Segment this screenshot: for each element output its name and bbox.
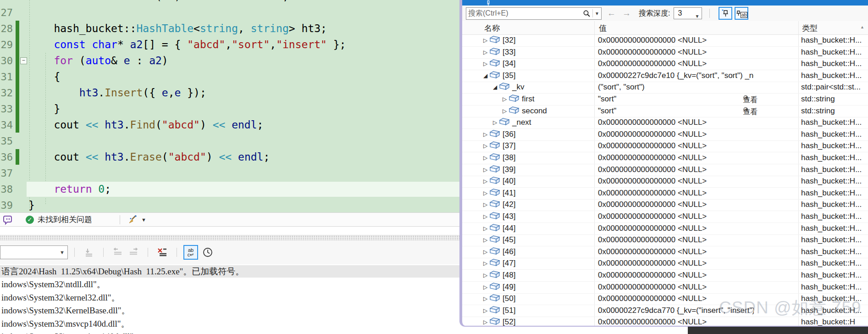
watch-rows[interactable]: ▷[32]0x0000000000000000 <NULL>hash_bucke…: [462, 35, 868, 327]
search-next-icon[interactable]: →: [622, 8, 631, 18]
watch-row-value[interactable]: 0x0000000000000000 <NULL>: [598, 59, 754, 68]
search-options-caret[interactable]: ▼: [595, 11, 599, 16]
watch-row-value[interactable]: 0x0000000000000000 <NULL>: [598, 200, 754, 209]
watch-row-value[interactable]: 0x0000000000000000 <NULL>: [598, 165, 754, 174]
expand-arrow-icon[interactable]: ▷: [503, 108, 507, 114]
output-source-combobox[interactable]: ▼: [0, 245, 68, 259]
expand-arrow-icon[interactable]: ▷: [483, 237, 487, 243]
fold-collapse-icon[interactable]: −: [20, 57, 27, 64]
word-wrap-toggle[interactable]: ab c↵: [183, 245, 198, 260]
expand-arrow-icon[interactable]: ▷: [483, 260, 487, 267]
watch-row-value[interactable]: 0x0000000000000000 <NULL>: [598, 247, 754, 256]
watch-row-value[interactable]: 0x0000000000000000 <NULL>: [598, 224, 754, 233]
watch-row-value[interactable]: 0x0000000000000000 <NULL>: [598, 141, 754, 150]
clear-all-icon[interactable]: [155, 245, 169, 259]
expand-arrow-icon[interactable]: ▷: [483, 178, 487, 184]
timestamp-icon[interactable]: [201, 245, 215, 259]
expand-arrow-icon[interactable]: ▷: [483, 201, 487, 208]
watch-row-value[interactable]: 0x0000000000000000 <NULL>: [598, 118, 754, 127]
expand-arrow-icon[interactable]: ▷: [493, 119, 497, 126]
cleanup-dropdown-caret[interactable]: ▼: [141, 217, 146, 223]
jump-to-message-icon[interactable]: [82, 245, 96, 259]
watch-row[interactable]: ▷[36]0x0000000000000000 <NULL>hash_bucke…: [462, 129, 868, 141]
watch-row[interactable]: ▷[47]0x0000000000000000 <NULL>hash_bucke…: [462, 258, 868, 270]
watch-row-value[interactable]: 0x0000000000000000 <NULL>: [598, 259, 754, 268]
watch-row[interactable]: ▷[39]0x0000000000000000 <NULL>hash_bucke…: [462, 164, 868, 176]
expand-arrow-icon[interactable]: ▷: [483, 307, 487, 314]
watch-row-value[interactable]: 0x0000000000000000 <NULL>: [598, 130, 754, 139]
expand-arrow-icon[interactable]: ▷: [483, 284, 487, 290]
search-input[interactable]: [466, 9, 583, 17]
watch-row[interactable]: ▷[44]0x0000000000000000 <NULL>hash_bucke…: [462, 223, 868, 235]
watch-row-value[interactable]: ("sort", "sort"): [598, 83, 754, 92]
expand-arrow-icon[interactable]: ▷: [483, 295, 487, 302]
watch-row[interactable]: ◢_kv("sort", "sort")std::pair<std::st...: [462, 82, 868, 94]
watch-row-value[interactable]: 0x0000000000000000 <NULL>: [598, 271, 754, 280]
watch-row[interactable]: ▷[33]0x0000000000000000 <NULL>hash_bucke…: [462, 47, 868, 59]
watch-row[interactable]: ▷[46]0x0000000000000000 <NULL>hash_bucke…: [462, 246, 868, 258]
watch-row[interactable]: ▷[38]0x0000000000000000 <NULL>hash_bucke…: [462, 152, 868, 164]
watch-row-value[interactable]: 0x0000000000000000 <NULL>: [598, 153, 754, 162]
watch-row[interactable]: ▷[48]0x0000000000000000 <NULL>hash_bucke…: [462, 270, 868, 282]
previous-message-icon[interactable]: [111, 245, 125, 259]
watch-row[interactable]: ▷[42]0x0000000000000000 <NULL>hash_bucke…: [462, 199, 868, 211]
watch-row-value[interactable]: "sort": [598, 106, 754, 116]
output-window[interactable]: 语言2024\Hash 11.25\x64\Debug\Hash 11.25.e…: [0, 264, 459, 334]
scroll-up-arrow[interactable]: ▲: [860, 25, 864, 29]
column-header-value[interactable]: 值: [599, 23, 607, 33]
watch-row[interactable]: ▷[41]0x0000000000000000 <NULL>hash_bucke…: [462, 188, 868, 200]
watch-row-value[interactable]: 0x0000000000000000 <NULL>: [598, 189, 754, 198]
search-prev-icon[interactable]: ←: [607, 8, 616, 18]
watch-row[interactable]: ▷[45]0x0000000000000000 <NULL>hash_bucke…: [462, 234, 868, 246]
pin-ab-toggle[interactable]: ab: [735, 7, 748, 20]
expand-arrow-icon[interactable]: ▷: [483, 190, 487, 196]
expand-arrow-icon[interactable]: ▷: [483, 225, 487, 232]
expand-arrow-icon[interactable]: ▷: [483, 37, 487, 44]
watch-row[interactable]: ▷first"sort"查看▼std::string: [462, 94, 868, 106]
filter-pin-toggle[interactable]: [719, 7, 732, 20]
expand-arrow-icon[interactable]: ▷: [483, 167, 487, 173]
assistant-icon[interactable]: [3, 214, 14, 225]
view-visualizer-button[interactable]: 查看▼: [743, 106, 751, 113]
column-header-name[interactable]: 名称: [484, 23, 500, 33]
pane-splitter[interactable]: [0, 235, 459, 240]
view-visualizer-button[interactable]: 查看▼: [743, 95, 751, 101]
search-icon[interactable]: [583, 10, 591, 17]
expand-arrow-icon[interactable]: ▷: [483, 249, 487, 255]
watch-row[interactable]: ◢[35]0x00000227c9dc7e10 {_kv=("sort", "s…: [462, 70, 868, 82]
code-cleanup-broom-icon[interactable]: [127, 214, 138, 226]
column-header-type[interactable]: 类型: [802, 23, 818, 33]
watch-row[interactable]: ▷[34]0x0000000000000000 <NULL>hash_bucke…: [462, 58, 868, 70]
watch-row-value[interactable]: 0x0000000000000000 <NULL>: [598, 235, 754, 245]
watch-row[interactable]: ▷_next0x0000000000000000 <NULL>hash_buck…: [462, 117, 868, 129]
search-depth-combobox[interactable]: 3 ▼: [674, 7, 702, 19]
expand-arrow-icon[interactable]: ▷: [503, 96, 507, 102]
expand-arrow-icon[interactable]: ▷: [483, 213, 487, 220]
expand-arrow-icon[interactable]: ▷: [483, 49, 487, 56]
watch-row[interactable]: ▷[32]0x0000000000000000 <NULL>hash_bucke…: [462, 35, 868, 47]
watch-row[interactable]: ▷[43]0x0000000000000000 <NULL>hash_bucke…: [462, 211, 868, 223]
watch-row[interactable]: ▷[40]0x0000000000000000 <NULL>hash_bucke…: [462, 176, 868, 188]
watch-row-value[interactable]: 0x0000000000000000 <NULL>: [598, 212, 754, 221]
expand-arrow-icon[interactable]: ▷: [483, 319, 487, 325]
watch-row[interactable]: ▷[49]0x0000000000000000 <NULL>hash_bucke…: [462, 282, 868, 294]
expand-arrow-icon[interactable]: ▷: [483, 155, 487, 161]
watch-row[interactable]: ▷second"sort"查看▼std::string: [462, 106, 868, 117]
watch-row-value[interactable]: 0x0000000000000000 <NULL>: [598, 283, 754, 292]
watch-row-value[interactable]: 0x0000000000000000 <NULL>: [598, 48, 754, 57]
panel-title-bar[interactable]: [462, 0, 868, 6]
expand-arrow-icon[interactable]: ▷: [483, 143, 487, 149]
expand-arrow-icon[interactable]: ▷: [483, 131, 487, 138]
code-editor[interactable]: 26 cout << ht2.Find(19) << endl << endl;…: [0, 0, 459, 212]
watch-row[interactable]: ▷[37]0x0000000000000000 <NULL>hash_bucke…: [462, 140, 868, 152]
watch-row-value[interactable]: "sort": [598, 95, 754, 104]
expand-arrow-icon[interactable]: ▷: [483, 272, 487, 278]
watch-row-value[interactable]: 0x00000227c9dc7e10 {_kv=("sort", "sort")…: [598, 71, 754, 80]
search-box[interactable]: ▼: [466, 7, 602, 20]
collapse-arrow-icon[interactable]: ◢: [483, 72, 487, 79]
collapse-arrow-icon[interactable]: ◢: [493, 84, 497, 90]
watch-row-value[interactable]: 0x0000000000000000 <NULL>: [598, 36, 754, 45]
next-message-icon[interactable]: [127, 245, 140, 259]
expand-arrow-icon[interactable]: ▷: [483, 61, 487, 67]
watch-row-value[interactable]: 0x0000000000000000 <NULL>: [598, 177, 754, 186]
